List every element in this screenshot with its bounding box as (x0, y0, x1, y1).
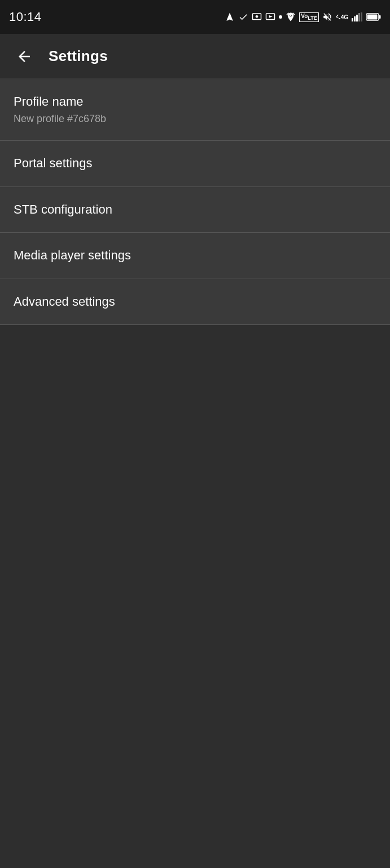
svg-rect-5 (352, 18, 353, 21)
alarm-icon (286, 12, 296, 22)
profile-name-subtitle: New profile #7c678b (14, 112, 376, 125)
status-icons: VoLTE 4G (225, 12, 381, 22)
4g-icon: 4G (336, 14, 348, 20)
signal-bars-icon (352, 12, 363, 21)
menu-item-stb-configuration[interactable]: STB configuration (0, 187, 390, 233)
svg-rect-6 (354, 16, 356, 21)
empty-area (0, 325, 390, 777)
status-bar: 10:14 (0, 0, 390, 34)
app-bar: Settings (0, 34, 390, 79)
menu-item-advanced-settings[interactable]: Advanced settings (0, 279, 390, 326)
advanced-settings-title: Advanced settings (14, 294, 376, 310)
status-time: 10:14 (9, 10, 42, 24)
back-button[interactable] (11, 44, 37, 70)
svg-rect-11 (379, 15, 381, 19)
page-title: Settings (49, 47, 108, 65)
battery-icon (366, 13, 381, 21)
checkmark-icon (238, 12, 248, 22)
dot-icon (279, 15, 282, 19)
menu-item-media-player-settings[interactable]: Media player settings (0, 233, 390, 279)
volte-icon: VoLTE (299, 12, 318, 22)
portal-settings-title: Portal settings (14, 155, 376, 172)
media-player-settings-title: Media player settings (14, 248, 376, 264)
svg-marker-3 (269, 15, 273, 18)
menu-item-profile-name[interactable]: Profile name New profile #7c678b (0, 79, 390, 141)
mute-icon (322, 12, 332, 22)
play-video-icon (265, 12, 275, 22)
svg-rect-7 (356, 15, 358, 21)
menu-list: Profile name New profile #7c678b Portal … (0, 79, 390, 325)
svg-rect-8 (358, 13, 360, 21)
navigation-arrow-icon (225, 12, 235, 22)
menu-item-portal-settings[interactable]: Portal settings (0, 141, 390, 187)
stb-configuration-title: STB configuration (14, 202, 376, 218)
profile-name-title: Profile name (14, 94, 376, 110)
svg-point-1 (256, 15, 258, 18)
svg-rect-9 (361, 12, 362, 21)
svg-rect-12 (367, 15, 378, 20)
screen-record-icon (252, 12, 262, 22)
